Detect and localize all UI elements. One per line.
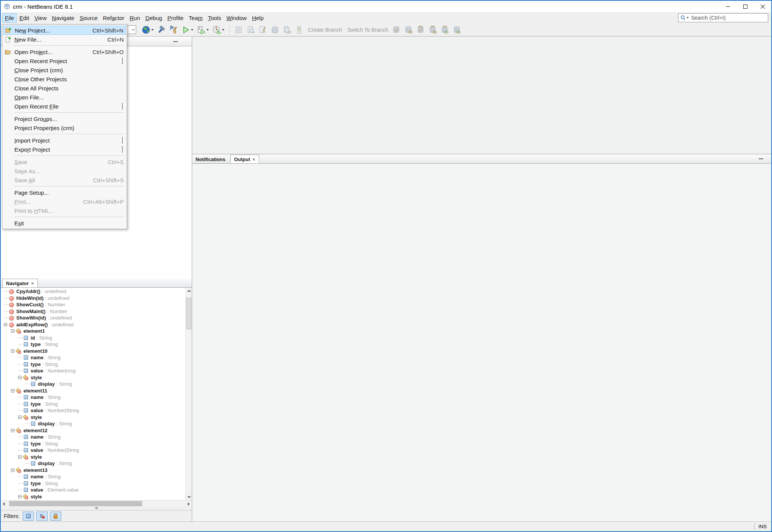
create-branch-button[interactable]: Create Branch (308, 27, 342, 33)
profile-project-icon[interactable] (211, 25, 225, 35)
file-menu-item-open-recent-file[interactable]: Open Recent File (3, 102, 126, 111)
tree-row[interactable]: HideWin(id) : undefined (1, 295, 185, 302)
create-branch-icon[interactable] (294, 25, 304, 35)
deploy-globe-icon[interactable] (141, 25, 155, 35)
tree-row[interactable]: display : String (1, 381, 185, 388)
collapse-expander-icon[interactable] (11, 329, 14, 333)
collapse-expander-icon[interactable] (18, 416, 22, 419)
menubar-item-profile[interactable]: Profile (165, 13, 186, 23)
tree-row[interactable]: element12 (1, 427, 185, 434)
git-diff-icon[interactable] (245, 25, 256, 35)
file-menu-item-exit[interactable]: Exit (3, 219, 126, 228)
search-input[interactable] (690, 14, 766, 21)
collapse-expander-icon[interactable] (18, 455, 22, 459)
tree-row[interactable]: type : String (1, 361, 185, 368)
tree-row[interactable]: value : Element.value (1, 487, 185, 493)
file-menu-item-project-groups[interactable]: Project Groups... (3, 114, 126, 123)
git-commit-icon[interactable] (270, 25, 280, 35)
scroll-down-icon[interactable] (186, 494, 192, 500)
tree-row[interactable]: type : String (1, 341, 185, 348)
collapse-expander-icon[interactable] (11, 349, 14, 353)
tree-row[interactable]: name : String (1, 394, 185, 401)
tree-row[interactable]: value : Number|msg (1, 368, 185, 374)
file-menu-item-open-recent-project[interactable]: Open Recent Project (3, 56, 126, 65)
menubar-item-edit[interactable]: Edit (17, 13, 32, 23)
menubar-item-run[interactable]: Run (127, 13, 143, 23)
file-menu-item-close-other-projects[interactable]: Close Other Projects (3, 74, 126, 84)
menubar-item-debug[interactable]: Debug (143, 13, 165, 23)
menubar-item-refactor[interactable]: Refactor (100, 13, 127, 23)
tree-row[interactable]: name : String (1, 354, 185, 361)
collapse-expander-icon[interactable] (11, 429, 14, 432)
tree-row[interactable]: ShowMaint() : Number (1, 308, 185, 315)
tree-row[interactable]: name : String (1, 473, 185, 480)
switch-to-branch-button[interactable]: Switch To Branch (347, 27, 388, 33)
minimize-button[interactable] (719, 1, 736, 12)
menubar-item-help[interactable]: Help (249, 13, 266, 23)
tree-row[interactable]: value : Number|String (1, 407, 185, 414)
tree-row[interactable]: id : String (1, 335, 185, 341)
dropdown-arrow-icon[interactable] (222, 29, 224, 31)
tree-row[interactable]: element13 (1, 467, 185, 474)
git-push-icon[interactable] (452, 25, 463, 35)
tree-row[interactable]: addExpRow() : undefined (1, 321, 185, 328)
vertical-scrollbar-thumb[interactable] (186, 298, 191, 329)
tab-notifications[interactable]: Notifications (192, 155, 229, 163)
scroll-up-icon[interactable] (186, 288, 192, 294)
git-push-upstream-icon[interactable] (440, 25, 450, 35)
splitter-collapse-handle[interactable] (1, 507, 192, 510)
file-menu-item-new-file[interactable]: New File...Ctrl+N (3, 35, 126, 44)
menubar-item-file[interactable]: File (2, 13, 17, 23)
tree-row[interactable]: type : String (1, 401, 185, 408)
tree-row[interactable]: type : String (1, 440, 185, 447)
git-revert-icon[interactable] (258, 25, 268, 35)
git-checkout-icon[interactable] (391, 25, 402, 35)
git-status-icon[interactable] (233, 25, 244, 35)
file-menu-item-import-project[interactable]: Import Project (3, 136, 126, 145)
build-project-icon[interactable] (156, 25, 167, 35)
tree-row[interactable]: display : String (1, 420, 185, 427)
tree-row[interactable]: style (1, 374, 185, 381)
file-menu-item-open-file[interactable]: Open File... (3, 93, 126, 102)
minimize-panel-button[interactable] (172, 39, 179, 44)
tree-row[interactable]: element1 (1, 328, 185, 335)
file-menu-item-new-project[interactable]: New Project...Ctrl+Shift+N (3, 26, 126, 35)
navigator-tab-close-icon[interactable]: × (31, 281, 34, 286)
scroll-right-icon[interactable] (185, 501, 192, 507)
git-shelve-icon[interactable] (282, 25, 292, 35)
filter-static-button[interactable]: S (36, 512, 48, 521)
tab-navigator[interactable]: Navigator × (2, 279, 38, 287)
git-update-icon[interactable] (416, 25, 426, 35)
tree-row[interactable]: type : String (1, 480, 185, 487)
menubar-item-team[interactable]: Team (186, 13, 205, 23)
tree-row[interactable]: ShowWin(id) : undefined (1, 315, 185, 321)
dropdown-arrow-icon[interactable] (207, 29, 209, 31)
file-menu-item-page-setup[interactable]: Page Setup... (3, 188, 126, 197)
tree-row[interactable]: name : String (1, 434, 185, 440)
menubar-item-tools[interactable]: Tools (205, 13, 224, 23)
output-tab-close-icon[interactable]: × (252, 157, 255, 162)
filter-fields-button[interactable] (23, 512, 34, 521)
search-icon[interactable] (680, 15, 689, 21)
collapse-expander-icon[interactable] (18, 495, 22, 498)
menubar-item-navigate[interactable]: Navigate (49, 13, 77, 23)
dropdown-arrow-icon[interactable] (151, 29, 154, 31)
collapse-expander-icon[interactable] (18, 376, 22, 379)
tree-row[interactable]: value : Number|String (1, 447, 185, 454)
maximize-button[interactable] (736, 1, 754, 12)
collapse-expander-icon[interactable] (4, 323, 7, 326)
menubar-item-source[interactable]: Source (77, 13, 101, 23)
debug-project-icon[interactable] (196, 25, 210, 35)
file-menu-item-save-all[interactable]: Save AllCtrl+Shift+S (3, 175, 126, 185)
close-button[interactable] (754, 1, 771, 12)
tree-row[interactable]: element11 (1, 388, 185, 394)
tab-output[interactable]: Output × (230, 155, 259, 163)
file-menu-item-print-to-html[interactable]: Print to HTML... (3, 206, 126, 215)
git-fetch-icon[interactable] (428, 25, 438, 35)
clean-build-project-icon[interactable] (168, 25, 179, 35)
dropdown-arrow-icon[interactable] (191, 29, 193, 31)
tree-row[interactable]: CpyAddr() : undefined (1, 288, 185, 295)
tree-row[interactable]: style (1, 414, 185, 421)
minimize-output-button[interactable] (758, 156, 764, 161)
file-menu-item-close-all-projects[interactable]: Close All Projects (3, 84, 126, 93)
